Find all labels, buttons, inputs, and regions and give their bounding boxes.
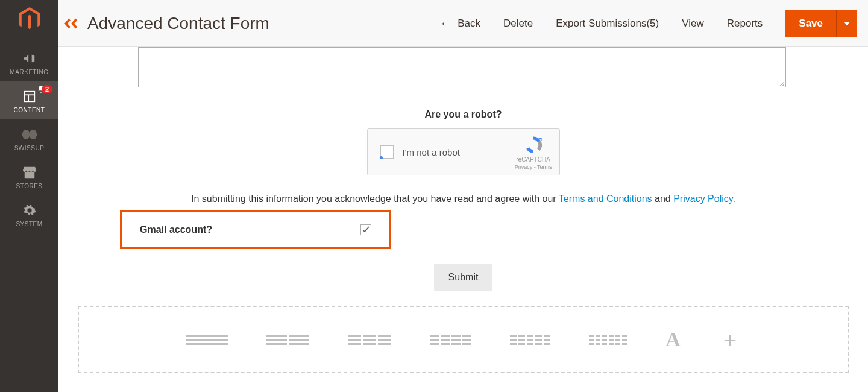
- nav-system[interactable]: SYSTEM: [0, 195, 58, 233]
- layout-5col-icon[interactable]: [510, 335, 550, 345]
- consent-text: In submitting this information you ackno…: [78, 194, 849, 204]
- notification-badge: 2: [42, 85, 52, 93]
- recaptcha-widget[interactable]: I'm not a robot reCAPTCHA Privacy - Term…: [367, 128, 560, 175]
- gmail-field-highlight: Gmail account?: [120, 210, 391, 249]
- admin-sidebar: MARKETING 2 CONTENT SWISSUP STORES: [0, 0, 58, 392]
- layout-2col-icon[interactable]: [266, 335, 309, 345]
- megaphone-icon: [23, 51, 36, 66]
- back-label: Back: [458, 17, 480, 30]
- export-button[interactable]: Export Submissions(5): [556, 17, 659, 30]
- gmail-label: Gmail account?: [140, 224, 360, 235]
- layout-presets-bar: A ＋: [78, 306, 849, 373]
- captcha-title: Are you a robot?: [78, 109, 849, 120]
- save-dropdown-button[interactable]: [836, 10, 857, 37]
- page-header: Advanced Contact Form ← Back Delete Expo…: [58, 0, 868, 47]
- hexagon-icon: [22, 127, 37, 142]
- nav-label: MARKETING: [10, 69, 49, 75]
- recaptcha-checkbox[interactable]: [380, 145, 394, 159]
- text-element-icon[interactable]: A: [665, 328, 681, 351]
- checkmark-icon: [362, 226, 370, 233]
- submit-button[interactable]: Submit: [434, 264, 493, 291]
- terms-link[interactable]: Terms and Conditions: [559, 194, 652, 204]
- gear-icon: [23, 203, 36, 218]
- layout-3col-icon[interactable]: [348, 335, 391, 345]
- arrow-left-icon: ←: [439, 16, 451, 30]
- brand-chevrons-icon: [64, 17, 81, 30]
- save-button[interactable]: Save: [785, 10, 836, 37]
- spinner-dot-icon: [380, 156, 383, 159]
- nav-label: STORES: [16, 183, 43, 189]
- svg-rect-0: [24, 92, 34, 102]
- view-button[interactable]: View: [682, 17, 704, 30]
- nav-content[interactable]: 2 CONTENT: [0, 81, 58, 119]
- layout-6col-icon[interactable]: [589, 335, 627, 345]
- privacy-link[interactable]: Privacy Policy: [673, 194, 732, 204]
- caret-down-icon: [844, 22, 850, 25]
- nav-marketing[interactable]: MARKETING: [0, 43, 58, 81]
- nav-label: SYSTEM: [16, 221, 42, 227]
- resize-grip-icon[interactable]: [778, 80, 784, 86]
- back-button[interactable]: ← Back: [439, 16, 480, 30]
- recaptcha-links[interactable]: Privacy - Terms: [515, 164, 552, 170]
- gmail-checkbox[interactable]: [360, 224, 371, 235]
- recaptcha-label: I'm not a robot: [403, 147, 460, 157]
- delete-button[interactable]: Delete: [503, 17, 533, 30]
- add-element-icon[interactable]: ＋: [719, 325, 741, 355]
- nav-swissup[interactable]: SWISSUP: [0, 119, 58, 157]
- nav-label: SWISSUP: [14, 145, 45, 151]
- reports-button[interactable]: Reports: [727, 17, 763, 30]
- recaptcha-brand: reCAPTCHA: [516, 156, 550, 163]
- page-title: Advanced Contact Form: [87, 14, 269, 33]
- layout-icon: [23, 89, 36, 104]
- recaptcha-logo-icon: [523, 134, 544, 155]
- message-textarea[interactable]: [138, 47, 786, 87]
- layout-4col-icon[interactable]: [430, 335, 471, 345]
- nav-label: CONTENT: [14, 107, 45, 113]
- layout-1col-icon[interactable]: [186, 335, 228, 345]
- store-icon: [23, 165, 36, 180]
- magento-logo[interactable]: [17, 7, 42, 31]
- nav-stores[interactable]: STORES: [0, 157, 58, 195]
